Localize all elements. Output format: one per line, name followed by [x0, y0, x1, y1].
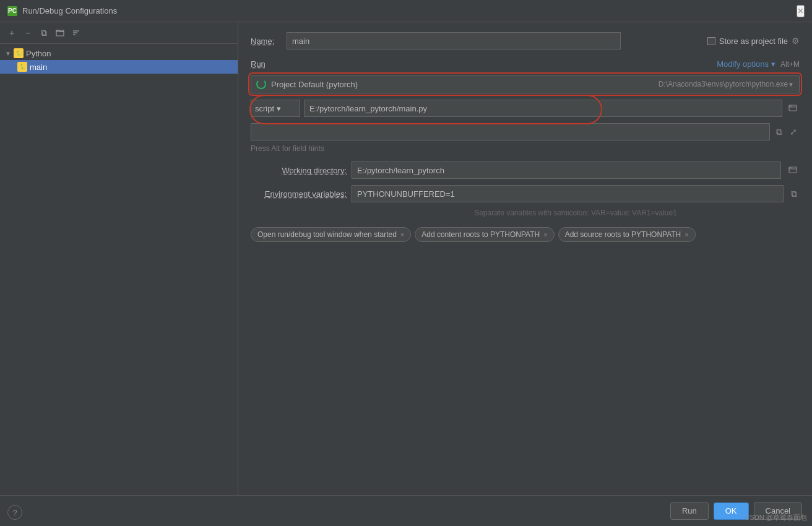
params-expand-button[interactable]: ⤢	[787, 126, 800, 139]
tag-label: Open run/debug tool window when started	[257, 230, 397, 239]
right-panel: Name: Store as project file ⚙ Run Modify…	[238, 22, 812, 526]
working-dir-browse-button[interactable]	[786, 164, 800, 177]
env-vars-label: Environment variables:	[251, 189, 347, 199]
script-row: script ▾	[251, 100, 800, 117]
help-button[interactable]: ?	[7, 505, 22, 520]
store-checkbox-area: Store as project file ⚙	[707, 36, 800, 46]
env-vars-row: Environment variables: ⧉	[251, 185, 800, 202]
name-row: Name: Store as project file ⚙	[251, 32, 800, 50]
params-row: ⧉ ⤢	[251, 123, 800, 140]
script-path-input[interactable]	[304, 100, 782, 117]
close-button[interactable]: ×	[797, 5, 805, 17]
store-settings-button[interactable]: ⚙	[792, 36, 800, 46]
tag-close-button[interactable]: ×	[685, 231, 688, 238]
sort-config-button[interactable]	[69, 26, 83, 40]
sidebar-toolbar: + − ⧉	[0, 22, 238, 44]
interpreter-path: D:\Anaconda3\envs\pytorch\python.exe	[659, 80, 788, 88]
tag-label: Add content roots to PYTHONPATH	[421, 230, 540, 239]
modify-options-arrow: ▾	[771, 59, 775, 69]
interpreter-spinner-icon	[256, 79, 266, 89]
copy-config-button[interactable]: ⧉	[37, 26, 51, 40]
working-dir-label: Working directory:	[251, 166, 347, 175]
params-icons: ⧉ ⤢	[774, 126, 800, 139]
main-config-icon: 🐍	[17, 62, 27, 72]
name-input[interactable]	[287, 32, 621, 50]
params-input[interactable]	[251, 123, 770, 140]
interpreter-dropdown[interactable]: Project Default (pytorch) D:\Anaconda3\e…	[251, 75, 800, 93]
sidebar-tree: ▼ 🐍 Python 🐍 main	[0, 44, 238, 504]
modify-options-button[interactable]: Modify options ▾ Alt+M	[717, 59, 800, 69]
tag-close-button[interactable]: ×	[400, 231, 404, 238]
name-label: Name:	[251, 37, 282, 46]
tag-chip: Open run/debug tool window when started×	[251, 227, 411, 242]
remove-config-button[interactable]: −	[21, 26, 35, 40]
interpreter-dropdown-arrow: ▼	[788, 81, 794, 88]
tree-item-main[interactable]: 🐍 main	[0, 60, 238, 74]
main-config-label: main	[30, 63, 47, 72]
run-button[interactable]: Run	[670, 502, 709, 520]
interpreter-name: Project Default (pytorch)	[271, 80, 654, 89]
tag-chip: Add content roots to PYTHONPATH×	[415, 227, 554, 242]
app-icon: PC	[7, 6, 17, 16]
main-content: + − ⧉	[0, 22, 812, 526]
python-group-label: Python	[26, 49, 51, 58]
store-checkbox[interactable]	[707, 37, 715, 45]
script-type-label: script	[255, 104, 274, 113]
folder-config-button[interactable]	[53, 26, 67, 40]
script-type-dropdown[interactable]: script ▾	[251, 100, 300, 117]
add-config-button[interactable]: +	[5, 26, 19, 40]
tag-close-button[interactable]: ×	[543, 231, 547, 238]
python-group-icon: 🐍	[14, 48, 24, 58]
run-debug-dialog: PC Run/Debug Configurations × + − ⧉	[0, 0, 812, 526]
shortcut-hint: Alt+M	[780, 60, 800, 69]
field-hint: Press Alt for field hints	[251, 144, 800, 153]
run-section-label: Run	[251, 59, 266, 69]
title-bar: PC Run/Debug Configurations ×	[0, 0, 812, 22]
working-dir-row: Working directory:	[251, 162, 800, 179]
store-label: Store as project file	[719, 37, 788, 46]
script-browse-button[interactable]	[786, 102, 800, 115]
watermark: CSDN @草莓泰面包	[745, 513, 807, 522]
script-dropdown-arrow: ▾	[277, 104, 281, 113]
env-vars-edit-button[interactable]: ⧉	[788, 188, 800, 200]
run-section-header: Run Modify options ▾ Alt+M	[251, 59, 800, 69]
env-hint: Separate variables with semicolon: VAR=v…	[352, 209, 800, 217]
sidebar: + − ⧉	[0, 22, 238, 526]
dialog-title: Run/Debug Configurations	[22, 6, 117, 15]
working-dir-input[interactable]	[352, 162, 781, 179]
tag-label: Add source roots to PYTHONPATH	[565, 230, 681, 239]
python-group[interactable]: ▼ 🐍 Python	[0, 46, 238, 60]
env-vars-input[interactable]	[352, 185, 784, 202]
modify-options-label: Modify options	[717, 59, 769, 69]
tree-arrow-python: ▼	[5, 50, 11, 57]
tags-row: Open run/debug tool window when started×…	[251, 227, 800, 242]
tag-chip: Add source roots to PYTHONPATH×	[558, 227, 696, 242]
params-copy-button[interactable]: ⧉	[774, 126, 785, 139]
dialog-footer: Run OK Cancel	[0, 495, 812, 526]
ok-button[interactable]: OK	[714, 502, 749, 520]
